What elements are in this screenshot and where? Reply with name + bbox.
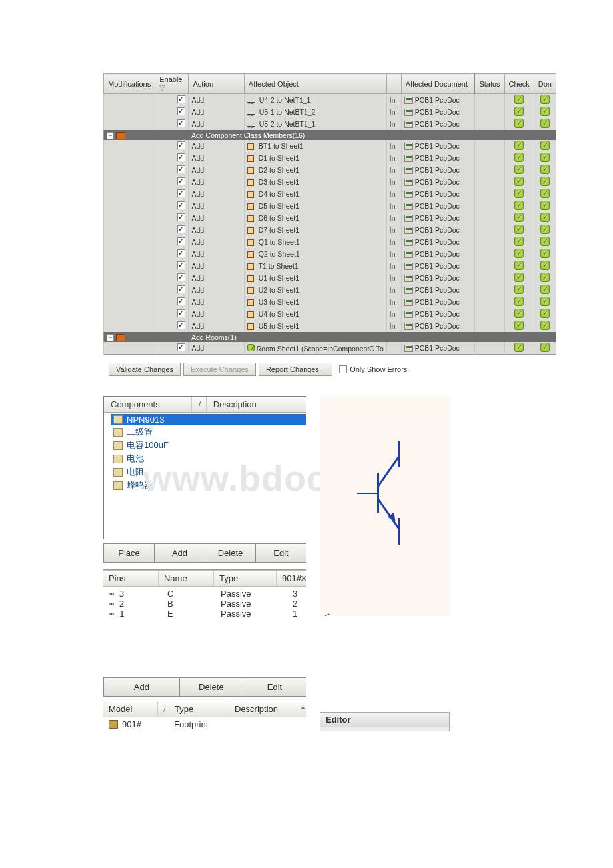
group-add-rooms[interactable]: − Add Rooms(1)	[104, 332, 556, 342]
group-add-component-class[interactable]: − Add Component Class Members(16)	[104, 130, 556, 140]
enable-checkbox[interactable]	[177, 237, 185, 245]
table-row[interactable]: Add D6 to Sheet1InPCB1.PcbDoc	[104, 212, 556, 224]
table-row[interactable]: Add D2 to Sheet1InPCB1.PcbDoc	[104, 164, 556, 176]
enable-checkbox[interactable]	[177, 201, 185, 209]
validate-changes-button[interactable]: Validate Changes	[109, 363, 181, 376]
col-affected-document[interactable]: Affected Document	[401, 74, 474, 94]
table-row[interactable]: Add Q1 to Sheet1InPCB1.PcbDoc	[104, 236, 556, 248]
pcb-doc-icon	[404, 167, 413, 174]
col-description[interactable]: Description	[229, 701, 306, 717]
col-done[interactable]: Don	[534, 74, 556, 94]
enable-checkbox[interactable]	[177, 107, 185, 115]
enable-checkbox[interactable]	[177, 153, 185, 161]
table-row[interactable]: Add U1 to Sheet1InPCB1.PcbDoc	[104, 272, 556, 284]
pin-designator: ⊸ 1	[109, 609, 167, 619]
col-model[interactable]: Model	[103, 701, 158, 717]
edit-button[interactable]: Edit	[256, 543, 306, 563]
enable-checkbox[interactable]	[177, 321, 185, 329]
col-check[interactable]: Check	[504, 74, 534, 94]
pin-row[interactable]: ⊸ 3CPassive3	[103, 589, 306, 599]
pins-edit-button[interactable]: Edit	[243, 678, 306, 696]
table-row[interactable]: Add D7 to Sheet1InPCB1.PcbDoc	[104, 224, 556, 236]
enable-checkbox[interactable]	[177, 95, 185, 103]
table-row[interactable]: Add D5 to Sheet1InPCB1.PcbDoc	[104, 200, 556, 212]
enable-checkbox[interactable]	[177, 189, 185, 197]
col-components[interactable]: Components	[104, 397, 192, 412]
model-row[interactable]: 901# Footprint	[103, 717, 306, 731]
enable-checkbox[interactable]	[177, 177, 185, 185]
table-row[interactable]: Add D1 to Sheet1InPCB1.PcbDoc	[104, 152, 556, 164]
enable-checkbox[interactable]	[177, 261, 185, 269]
list-item[interactable]: 电容100uF	[111, 439, 306, 452]
sort-icon[interactable]: /	[158, 701, 169, 717]
add-button[interactable]: Add	[155, 543, 205, 563]
table-row[interactable]: Add U5 to Sheet1InPCB1.PcbDoc	[104, 320, 556, 332]
table-row[interactable]: Add U4 to Sheet1InPCB1.PcbDoc	[104, 308, 556, 320]
col-description[interactable]: Description	[207, 397, 306, 412]
checkbox-icon[interactable]	[339, 365, 347, 373]
col-enable[interactable]: Enable ▽	[155, 74, 189, 94]
pcb-doc-icon	[404, 287, 413, 294]
symbol-preview[interactable]: <	[320, 396, 450, 616]
enable-checkbox[interactable]	[177, 119, 185, 127]
enable-checkbox[interactable]	[177, 309, 185, 317]
scroll-up-icon[interactable]: ⌃	[299, 705, 306, 715]
table-row[interactable]: Add U5-2 to NetBT1_1InPCB1.PcbDoc	[104, 118, 556, 130]
enable-checkbox[interactable]	[177, 141, 185, 149]
table-row[interactable]: Add U4-2 to NetT1_1InPCB1.PcbDoc	[104, 94, 556, 107]
delete-button[interactable]: Delete	[205, 543, 256, 563]
enable-checkbox[interactable]	[177, 165, 185, 173]
table-row[interactable]: Add BT1 to Sheet1InPCB1.PcbDoc	[104, 140, 556, 152]
collapse-icon[interactable]: −	[107, 132, 114, 139]
object-cell: D5 to Sheet1	[244, 200, 386, 212]
only-show-errors-checkbox[interactable]: Only Show Errors	[339, 365, 407, 373]
check-ok-icon	[514, 237, 524, 246]
pins-add-button[interactable]: Add	[104, 678, 180, 696]
object-cell: D7 to Sheet1	[244, 224, 386, 236]
enable-checkbox[interactable]	[177, 249, 185, 257]
place-button[interactable]: Place	[103, 543, 155, 563]
table-row[interactable]: Add D4 to Sheet1InPCB1.PcbDoc	[104, 188, 556, 200]
list-item[interactable]: 电阻	[111, 465, 306, 479]
pin-row[interactable]: ⊸ 2BPassive2	[103, 599, 306, 609]
sort-icon[interactable]: /	[192, 397, 207, 412]
action-cell: Add	[189, 212, 244, 224]
table-row[interactable]: Add U3 to Sheet1InPCB1.PcbDoc	[104, 296, 556, 308]
list-item[interactable]: 电池	[111, 452, 306, 465]
table-row[interactable]: Add T1 to Sheet1InPCB1.PcbDoc	[104, 260, 556, 272]
col-modifications[interactable]: Modifications	[104, 74, 155, 94]
col-type[interactable]: Type	[214, 571, 277, 586]
table-row[interactable]: Add U5-1 to NetBT1_2InPCB1.PcbDoc	[104, 106, 556, 118]
enable-checkbox[interactable]	[177, 343, 185, 351]
table-row[interactable]: Add D3 to Sheet1InPCB1.PcbDoc	[104, 176, 556, 188]
pcb-doc-icon	[404, 227, 413, 234]
check-ok-icon	[514, 107, 524, 116]
done-ok-icon	[540, 189, 550, 198]
object-cell: U3 to Sheet1	[244, 296, 386, 308]
col-name[interactable]: Name	[159, 571, 214, 586]
table-row[interactable]: Add Q2 to Sheet1InPCB1.PcbDoc	[104, 248, 556, 260]
enable-checkbox[interactable]	[177, 213, 185, 221]
table-row[interactable]: Add Room Sheet1 (Scope=InComponentC ToPC…	[104, 342, 556, 355]
col-action[interactable]: Action	[189, 74, 244, 94]
report-changes-button[interactable]: Report Changes...	[259, 363, 332, 376]
pins-delete-button[interactable]: Delete	[180, 678, 243, 696]
component-list-header: Components / Description	[104, 397, 306, 413]
col-status[interactable]: Status	[474, 74, 504, 94]
editor-header[interactable]: Editor	[320, 712, 450, 727]
list-item[interactable]: 二级管	[111, 425, 306, 439]
col-type[interactable]: Type	[169, 701, 229, 717]
scroll-left-icon[interactable]: <	[320, 611, 334, 616]
enable-checkbox[interactable]	[177, 285, 185, 293]
table-row[interactable]: Add U2 to Sheet1InPCB1.PcbDoc	[104, 284, 556, 296]
list-item[interactable]: 蜂鸣器	[111, 479, 306, 492]
col-pins[interactable]: Pins	[103, 571, 159, 586]
enable-checkbox[interactable]	[177, 273, 185, 281]
enable-checkbox[interactable]	[177, 297, 185, 305]
pin-row[interactable]: ⊸ 1EPassive1	[103, 609, 306, 619]
close-panel-icon[interactable]: ✕	[300, 573, 308, 584]
col-affected-object[interactable]: Affected Object	[244, 74, 386, 94]
enable-checkbox[interactable]	[177, 225, 185, 233]
list-item[interactable]: NPN9013	[111, 414, 306, 425]
collapse-icon[interactable]: −	[107, 334, 114, 341]
